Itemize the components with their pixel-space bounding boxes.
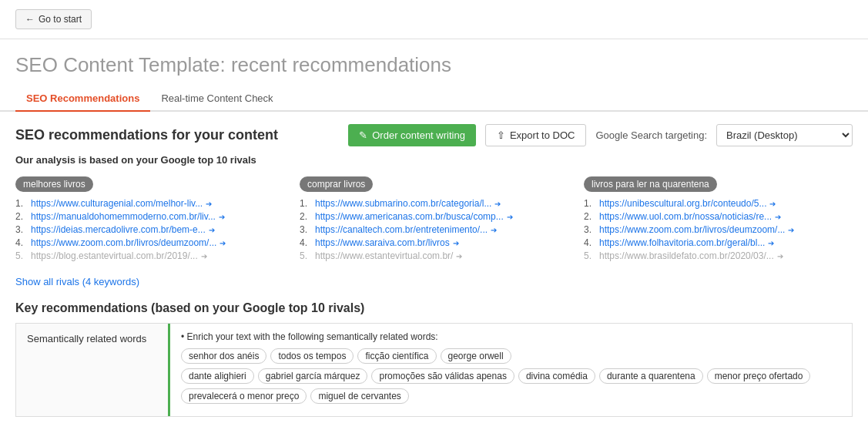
rival-list-1: 1.https://www.submarino.com.br/categoria… <box>300 198 568 261</box>
tag-pill: prevalecerá o menor preço <box>181 388 307 404</box>
order-btn-label: Order content writing <box>372 129 465 141</box>
external-link-icon: ➔ <box>777 252 783 260</box>
title-bold: SEO Content Template: <box>15 53 226 76</box>
keyword-tag-1: comprar livros <box>300 176 373 192</box>
rival-item: 2.https://www.uol.com.br/nossa/noticias/… <box>584 211 853 222</box>
keyword-block-comprar-livros: comprar livros 1.https://www.submarino.c… <box>300 176 568 264</box>
rival-item-muted: 5.https://www.brasildefato.com.br/2020/0… <box>584 250 853 261</box>
export-btn-label: Export to DOC <box>510 129 575 141</box>
keyword-tag-0: melhores livros <box>15 176 93 192</box>
rival-link[interactable]: https://www.submarino.com.br/categoria/l… <box>315 198 491 209</box>
external-link-icon: ➔ <box>456 252 462 260</box>
rival-item: 1.https://www.culturagenial.com/melhor-l… <box>15 198 284 209</box>
external-link-icon: ➔ <box>206 200 212 208</box>
top-bar: ← Go to start <box>0 0 868 39</box>
recommendations-table: Semantically related words • Enrich your… <box>15 323 853 417</box>
title-light: recent recommendations <box>226 53 451 76</box>
rival-item: 3.https://ideias.mercadolivre.com.br/bem… <box>15 224 284 235</box>
external-link-icon: ➔ <box>219 213 225 221</box>
rival-item: 2.https://manualdohomemmoderno.com.br/li… <box>15 211 284 222</box>
tags-row-3: prevalecerá o menor preço miguel de cerv… <box>181 388 841 404</box>
tag-pill: promoções são válidas apenas <box>371 368 514 384</box>
rival-link[interactable]: https://canaltech.com.br/entretenimento/… <box>315 224 488 235</box>
table-cell-content-semantically-related: • Enrich your text with the following se… <box>170 324 852 416</box>
show-all-rivals-link[interactable]: Show all rivals (4 keywords) <box>15 276 139 287</box>
rival-list-0: 1.https://www.culturagenial.com/melhor-l… <box>15 198 284 261</box>
analysis-note: Our analysis is based on your Google top… <box>15 154 853 166</box>
external-link-icon: ➔ <box>201 252 207 260</box>
tab-realtime-content-check[interactable]: Real-time Content Check <box>150 86 283 112</box>
section-title: SEO recommendations for your content <box>15 127 339 143</box>
enrich-text: • Enrich your text with the following se… <box>181 331 841 342</box>
keywords-grid: melhores livros 1.https://www.culturagen… <box>15 176 853 264</box>
rival-item: 4.https://www.folhavitoria.com.br/geral/… <box>584 237 853 248</box>
rival-item-muted: 5.https://www.estantevirtual.com.br/ ➔ <box>300 250 568 261</box>
upload-icon: ⇧ <box>497 129 505 141</box>
rival-link[interactable]: https://www.folhavitoria.com.br/geral/bl… <box>599 237 765 248</box>
rival-link-muted[interactable]: https://www.brasildefato.com.br/2020/03/… <box>599 250 774 261</box>
export-to-doc-button[interactable]: ⇧ Export to DOC <box>485 124 587 146</box>
keyword-block-livros-quarentena: livros para ler na quarentena 1.https://… <box>584 176 853 264</box>
tag-pill: divina comédia <box>518 368 595 384</box>
external-link-icon: ➔ <box>769 200 776 208</box>
tabs-bar: SEO Recommendations Real-time Content Ch… <box>0 86 868 112</box>
rival-list-2: 1.https://unibescultural.org.br/conteudo… <box>584 198 853 261</box>
external-link-icon: ➔ <box>775 213 781 221</box>
tag-pill: todos os tempos <box>270 348 354 364</box>
key-recommendations-title: Key recommendations (based on your Googl… <box>15 301 853 315</box>
go-start-button[interactable]: ← Go to start <box>15 9 92 29</box>
rival-link[interactable]: https://ideias.mercadolivre.com.br/bem-e… <box>31 224 206 235</box>
rival-item: 3.https://canaltech.com.br/entreteniment… <box>300 224 568 235</box>
page-title: SEO Content Template: recent recommendat… <box>15 53 853 77</box>
table-cell-label-semantically-related: Semantically related words <box>16 324 170 416</box>
rival-link[interactable]: https://www.uol.com.br/nossa/noticias/re… <box>599 211 772 222</box>
rival-link-muted[interactable]: https://blog.estantevirtual.com.br/2019/… <box>31 250 198 261</box>
rival-link[interactable]: https://manualdohomemmoderno.com.br/liv.… <box>31 211 216 222</box>
content-area: SEO recommendations for your content ✎ O… <box>0 112 868 429</box>
rival-item: 1.https://unibescultural.org.br/conteudo… <box>584 198 853 209</box>
rival-item: 2.https://www.americanas.com.br/busca/co… <box>300 211 568 222</box>
rival-link[interactable]: https://www.zoom.com.br/livros/deumzoom/… <box>31 237 216 248</box>
rival-link-muted[interactable]: https://www.estantevirtual.com.br/ <box>315 250 453 261</box>
tag-pill: ficção científica <box>357 348 436 364</box>
main-title-section: SEO Content Template: recent recommendat… <box>0 39 868 77</box>
external-link-icon: ➔ <box>768 239 774 247</box>
tag-pill: senhor dos anéis <box>181 348 266 364</box>
rival-link[interactable]: https://www.zoom.com.br/livros/deumzoom/… <box>599 224 785 235</box>
tag-pill: gabriel garcía márquez <box>258 368 368 384</box>
rival-link[interactable]: https://www.culturagenial.com/melhor-liv… <box>31 198 203 209</box>
external-link-icon: ➔ <box>209 226 215 234</box>
targeting-select[interactable]: Brazil (Desktop) Brazil (Mobile) United … <box>716 124 853 146</box>
tag-pill: durante a quarentena <box>599 368 703 384</box>
tags-row-1: senhor dos anéis todos os tempos ficção … <box>181 348 841 364</box>
rival-link[interactable]: https://www.americanas.com.br/busca/comp… <box>315 211 504 222</box>
rival-item: 3.https://www.zoom.com.br/livros/deumzoo… <box>584 224 853 235</box>
tags-row-2: dante alighieri gabriel garcía márquez p… <box>181 368 841 384</box>
external-link-icon: ➔ <box>507 213 513 221</box>
external-link-icon: ➔ <box>453 239 459 247</box>
tab-seo-recommendations[interactable]: SEO Recommendations <box>15 86 150 112</box>
keyword-tag-2: livros para ler na quarentena <box>584 176 717 192</box>
rival-item: 1.https://www.submarino.com.br/categoria… <box>300 198 568 209</box>
tag-pill: miguel de cervantes <box>310 388 408 404</box>
order-content-writing-button[interactable]: ✎ Order content writing <box>348 124 476 146</box>
external-link-icon: ➔ <box>788 226 794 234</box>
section-header: SEO recommendations for your content ✎ O… <box>15 124 853 146</box>
rival-item: 4.https://www.saraiva.com.br/livros ➔ <box>300 237 568 248</box>
rival-link[interactable]: https://www.saraiva.com.br/livros <box>315 237 450 248</box>
external-link-icon: ➔ <box>491 226 497 234</box>
edit-icon: ✎ <box>359 129 367 141</box>
keyword-block-melhores-livros: melhores livros 1.https://www.culturagen… <box>15 176 284 264</box>
rival-link[interactable]: https://unibescultural.org.br/conteudo/5… <box>599 198 766 209</box>
arrow-left-icon: ← <box>25 14 35 25</box>
external-link-icon: ➔ <box>220 239 226 247</box>
external-link-icon: ➔ <box>494 200 501 208</box>
targeting-label: Google Search targeting: <box>595 129 707 141</box>
tag-pill: george orwell <box>441 348 511 364</box>
rival-item-muted: 5.https://blog.estantevirtual.com.br/201… <box>15 250 284 261</box>
tag-pill: menor preço ofertado <box>707 368 811 384</box>
tag-pill: dante alighieri <box>181 368 254 384</box>
table-row-semantically-related: Semantically related words • Enrich your… <box>16 324 852 416</box>
go-start-label: Go to start <box>39 14 82 25</box>
rival-item: 4.https://www.zoom.com.br/livros/deumzoo… <box>15 237 284 248</box>
